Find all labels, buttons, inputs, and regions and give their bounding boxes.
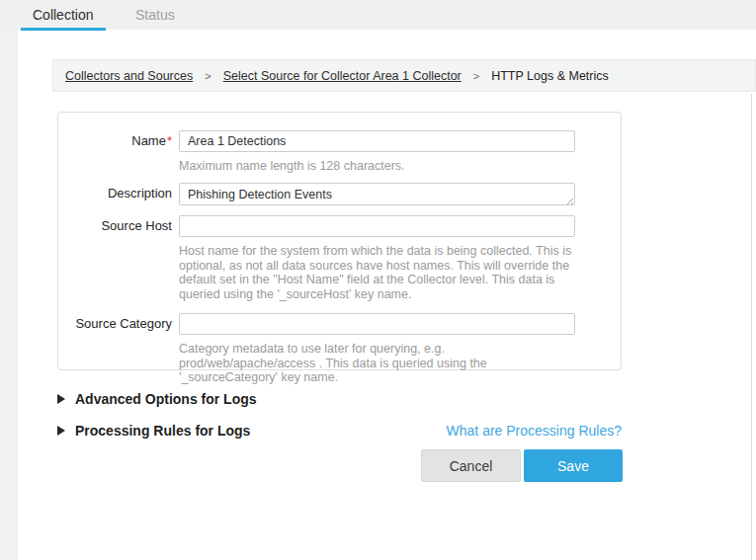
name-input[interactable] — [179, 130, 575, 152]
name-label-text: Name — [131, 133, 166, 148]
description-textarea[interactable]: Phishing Detection Events — [179, 183, 575, 205]
source-config-page: Collection Status Collectors and Sources… — [0, 0, 756, 560]
active-tab-indicator — [21, 28, 106, 31]
source-category-help-text: Category metadata to use later for query… — [179, 342, 578, 385]
advanced-options-section-toggle[interactable]: Advanced Options for Logs — [57, 391, 622, 407]
save-button[interactable]: Save — [524, 449, 623, 482]
breadcrumb-current-page: HTTP Logs & Metrics — [491, 69, 609, 83]
processing-rules-section-toggle[interactable]: Processing Rules for Logs What are Proce… — [57, 423, 622, 439]
source-host-label: Source Host — [58, 218, 172, 233]
source-category-input[interactable] — [179, 313, 575, 335]
name-help-text: Maximum name length is 128 characters. — [179, 159, 578, 174]
name-label: Name* — [58, 133, 172, 148]
source-host-help-text: Host name for the system from which the … — [179, 244, 578, 302]
source-form-card: Name* Maximum name length is 128 charact… — [57, 112, 622, 370]
breadcrumb-select-source[interactable]: Select Source for Collector Area 1 Colle… — [223, 69, 462, 83]
breadcrumb-collectors-and-sources[interactable]: Collectors and Sources — [65, 69, 193, 83]
source-category-label: Source Category — [58, 316, 172, 331]
required-asterisk: * — [167, 133, 172, 148]
expand-triangle-icon — [57, 426, 65, 436]
cancel-button[interactable]: Cancel — [421, 449, 521, 482]
top-tab-bar: Collection Status — [0, 0, 756, 30]
breadcrumb: Collectors and Sources > Select Source f… — [52, 59, 756, 92]
what-are-processing-rules-link[interactable]: What are Processing Rules? — [447, 423, 622, 439]
panel-right-border — [751, 94, 752, 560]
expand-triangle-icon — [57, 394, 65, 404]
source-host-input[interactable] — [179, 215, 575, 237]
breadcrumb-separator: > — [473, 70, 479, 82]
description-label: Description — [58, 186, 172, 200]
advanced-options-label: Advanced Options for Logs — [75, 391, 257, 407]
breadcrumb-separator: > — [205, 70, 210, 82]
processing-rules-label: Processing Rules for Logs — [75, 423, 250, 439]
tab-collection[interactable]: Collection — [33, 0, 93, 30]
tab-status[interactable]: Status — [135, 0, 175, 30]
